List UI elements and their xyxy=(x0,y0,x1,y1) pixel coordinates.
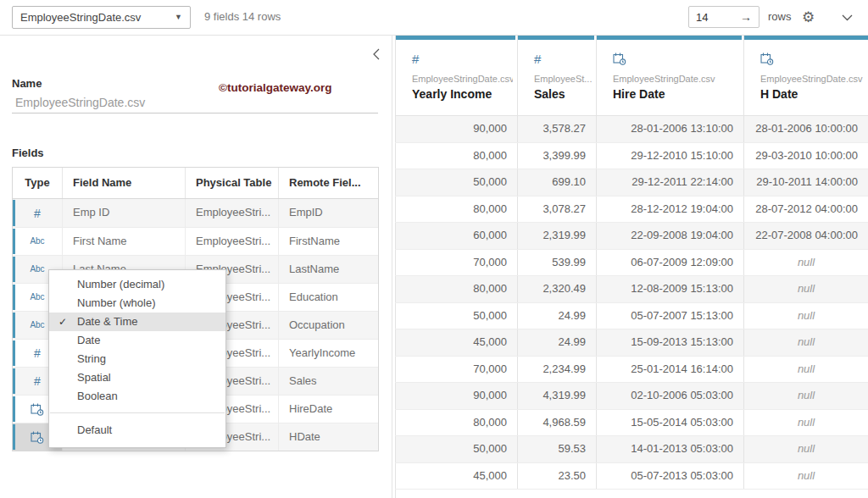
caret-down-icon: ▼ xyxy=(175,14,182,21)
menu-item-boolean[interactable]: Boolean xyxy=(49,387,225,406)
fields-header-physical-table: Physical Table xyxy=(185,168,278,198)
data-cell: 50,000 xyxy=(395,169,517,196)
connection-dropdown-value: EmployeeStringDate.csv xyxy=(20,11,141,24)
column-header-hire-date[interactable]: EmployeeStringDate.csvHire Date xyxy=(596,36,743,116)
name-input[interactable]: EmployeeStringDate.csv xyxy=(15,96,145,109)
field-remote-field-cell: HireDate xyxy=(278,396,378,423)
menu-item-number-whole[interactable]: Number (whole) xyxy=(49,294,225,313)
field-row[interactable]: AbcFirst NameEmployeeStri...FirstName xyxy=(13,227,378,255)
data-cell: 4,319.99 xyxy=(517,383,596,409)
field-physical-table-cell: EmployeeStri... xyxy=(185,228,278,255)
column-source: EmployeeStringDate.csv xyxy=(412,74,513,84)
menu-item-date-time[interactable]: ✓Date & Time xyxy=(49,313,225,331)
data-cell: 22-09-2008 19:04:00 xyxy=(596,223,743,249)
data-cell: 25-01-2014 16:14:00 xyxy=(596,357,743,383)
data-cell: 3,399.99 xyxy=(517,143,596,169)
number-type-icon: # xyxy=(34,347,41,359)
data-cell: null xyxy=(743,436,868,462)
rows-count-box[interactable]: → xyxy=(688,6,760,28)
data-cell: 50,000 xyxy=(395,303,517,329)
field-remote-field-cell: LastName xyxy=(278,256,378,283)
data-row: 50,000699.1029-12-2011 22:14:0029-10-201… xyxy=(395,169,868,196)
data-cell: 29-03-2010 10:00:00 xyxy=(743,143,868,169)
data-cell: 60,000 xyxy=(395,223,517,249)
field-name-cell: Emp ID xyxy=(62,199,185,227)
menu-item-label: Number (decimal) xyxy=(77,278,164,290)
number-type-icon: # xyxy=(534,52,541,66)
column-accent-bar xyxy=(744,36,868,40)
data-row: 90,0004,319.9902-10-2006 05:03:00null xyxy=(395,383,868,410)
data-cell: 28-01-2006 13:10:00 xyxy=(596,116,743,142)
data-row: 70,000539.9906-07-2009 12:09:00null xyxy=(395,250,868,277)
watermark-text: ©tutorialgateway.org xyxy=(219,81,331,94)
menu-item-string[interactable]: String xyxy=(49,350,225,368)
data-cell: 02-10-2006 05:03:00 xyxy=(596,383,743,409)
string-type-icon: Abc xyxy=(30,321,44,329)
data-cell: 22-07-2008 04:00:00 xyxy=(743,223,868,249)
data-row: 60,0002,319.9922-09-2008 19:04:0022-07-2… xyxy=(395,223,868,250)
data-row: 45,00023.5005-07-2013 05:03:00null xyxy=(395,463,868,490)
menu-item-label: String xyxy=(77,352,106,365)
data-grid-rows: 90,0003,578.2728-01-2006 13:10:0028-01-2… xyxy=(395,116,868,490)
data-grid-left-border-tail xyxy=(395,490,396,498)
column-header-h-date[interactable]: EmployeeStringDate.csvH Date xyxy=(743,36,868,116)
string-type-icon: Abc xyxy=(30,237,44,246)
data-cell: 15-05-2014 05:03:00 xyxy=(596,410,743,436)
field-type-cell[interactable]: # xyxy=(13,199,62,227)
data-cell: 3,078.27 xyxy=(517,196,596,223)
data-cell: 24.99 xyxy=(517,303,596,329)
name-input-underline xyxy=(12,113,378,113)
field-remote-field-cell: HDate xyxy=(278,423,378,451)
data-preview-grid: #EmployeeStringDate.csvYearly Income#Emp… xyxy=(395,36,868,490)
string-type-icon: Abc xyxy=(30,265,44,274)
menu-item-default[interactable]: Default xyxy=(49,420,225,440)
data-cell: 05-07-2007 15:13:00 xyxy=(596,303,743,329)
menu-item-number-decimal[interactable]: Number (decimal) xyxy=(49,275,225,294)
column-header-yearly-income[interactable]: #EmployeeStringDate.csvYearly Income xyxy=(395,36,517,116)
data-cell: 29-12-2011 22:14:00 xyxy=(596,169,743,196)
data-grid-headers: #EmployeeStringDate.csvYearly Income#Emp… xyxy=(395,36,868,116)
data-cell: null xyxy=(743,250,868,276)
field-remote-field-cell: Education xyxy=(278,284,378,311)
data-row: 80,0003,078.2728-12-2012 19:04:0028-07-2… xyxy=(395,196,868,224)
data-row: 80,0002,320.4912-08-2009 15:13:00null xyxy=(395,276,868,303)
menu-item-label: Number (whole) xyxy=(77,296,155,309)
apply-rows-arrow-icon[interactable]: → xyxy=(740,11,759,23)
menu-item-label: Date & Time xyxy=(77,315,138,328)
rows-label: rows xyxy=(768,0,791,34)
fields-rows-summary: 9 fields 14 rows xyxy=(204,0,281,34)
connection-dropdown[interactable]: EmployeeStringDate.csv ▼ xyxy=(12,6,191,29)
column-source: EmployeeStringDate.csv xyxy=(613,74,739,84)
data-cell: 06-07-2009 12:09:00 xyxy=(596,250,743,276)
data-cell: 24.99 xyxy=(517,329,596,356)
menu-item-date[interactable]: Date xyxy=(49,331,225,350)
panel-divider xyxy=(392,35,392,498)
gear-icon[interactable]: ⚙ xyxy=(802,0,815,35)
menu-item-label: Spatial xyxy=(77,371,111,384)
menu-item-spatial[interactable]: Spatial xyxy=(49,368,225,387)
data-cell: 15-09-2013 15:13:00 xyxy=(596,329,743,356)
data-row: 80,0004,968.5915-05-2014 05:03:00null xyxy=(395,410,868,437)
data-cell: 80,000 xyxy=(395,410,517,436)
chevron-down-icon[interactable] xyxy=(842,14,853,21)
data-cell: null xyxy=(743,383,868,409)
data-row: 45,00024.9915-09-2013 15:13:00null xyxy=(395,329,868,357)
data-cell: 50,000 xyxy=(395,436,517,462)
data-cell: null xyxy=(743,410,868,436)
column-source: EmployeeSt... xyxy=(534,74,592,84)
datetime-type-icon xyxy=(31,403,44,416)
field-row[interactable]: #Emp IDEmployeeStri...EmpID xyxy=(13,199,378,227)
collapse-panel-chevron-left-icon[interactable] xyxy=(373,48,380,60)
rows-count-input[interactable] xyxy=(689,11,733,24)
column-accent-bar xyxy=(597,36,742,40)
column-type-icon-wrap: # xyxy=(412,53,419,65)
field-type-cell[interactable]: Abc xyxy=(13,228,62,255)
data-cell: 29-12-2010 15:10:00 xyxy=(596,143,743,169)
fields-header-field-name: Field Name xyxy=(62,168,185,198)
data-cell: 699.10 xyxy=(517,169,596,196)
column-header-sales[interactable]: #EmployeeSt...Sales xyxy=(517,36,596,116)
data-row: 50,00059.5314-01-2013 05:03:00null xyxy=(395,436,868,463)
data-cell: 70,000 xyxy=(395,357,517,383)
column-type-icon-wrap: # xyxy=(534,53,541,65)
menu-separator xyxy=(50,412,225,413)
